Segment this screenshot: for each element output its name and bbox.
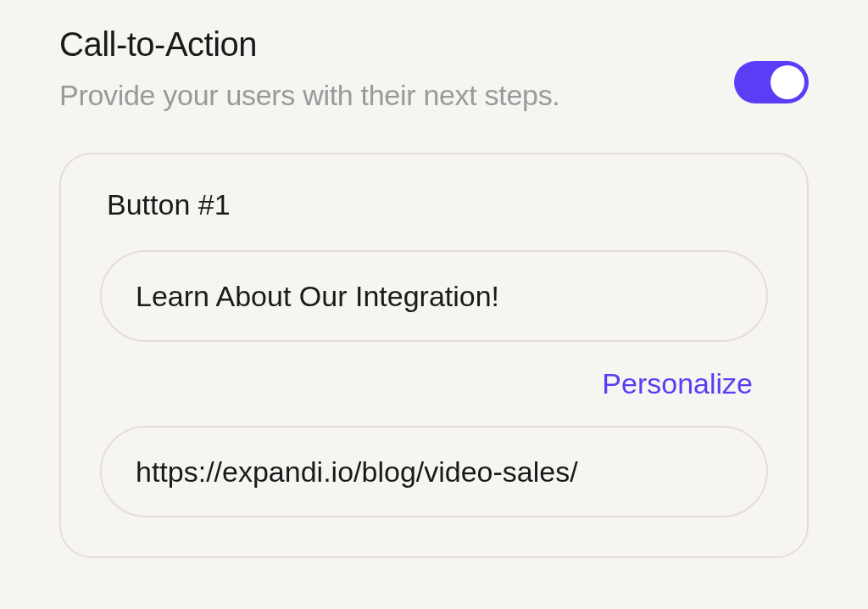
button-text-input[interactable]	[100, 250, 768, 342]
section-subtitle: Provide your users with their next steps…	[59, 79, 734, 112]
button-config-card: Button #1 Personalize	[59, 153, 809, 558]
cta-toggle[interactable]	[734, 61, 809, 103]
button-url-input[interactable]	[100, 426, 768, 517]
personalize-link[interactable]: Personalize	[602, 367, 753, 400]
toggle-knob-icon	[771, 65, 804, 99]
button-label: Button #1	[107, 188, 768, 221]
section-title: Call-to-Action	[59, 25, 734, 64]
